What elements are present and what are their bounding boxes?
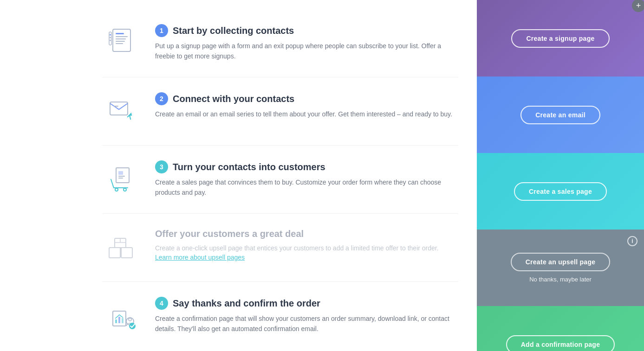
- step-row-2: 2 Connect with your contacts Create an e…: [102, 77, 458, 146]
- svg-rect-15: [118, 178, 123, 179]
- step-title-4: Say thanks and confirm the order: [173, 298, 320, 309]
- upsell-learn-more-link[interactable]: Learn more about upsell pages: [155, 254, 245, 261]
- svg-rect-2: [116, 36, 128, 37]
- step-desc-2: Create an email or an email series to te…: [155, 109, 458, 119]
- step-row-upsell: Offer your customers a great deal Create…: [102, 214, 458, 282]
- step-badge-1: 1: [155, 24, 168, 37]
- svg-point-9: [110, 40, 111, 41]
- step-title-upsell: Offer your customers a great deal: [155, 229, 304, 239]
- step-title-3: Turn your contacts into customers: [173, 162, 325, 172]
- svg-point-8: [110, 37, 111, 38]
- step-title-2: Connect with your contacts: [173, 94, 294, 104]
- step-desc-upsell: Create a one-click upsell page that enti…: [155, 243, 458, 253]
- create-upsell-page-button[interactable]: Create an upsell page: [511, 253, 611, 271]
- step-icon-upsell: [102, 227, 144, 268]
- step-row-3: 3 Turn your contacts into customers Crea…: [102, 146, 458, 214]
- svg-point-26: [129, 318, 131, 321]
- step-badge-3: 3: [155, 160, 168, 173]
- svg-rect-0: [113, 29, 130, 51]
- step-icon-sales: [102, 159, 144, 200]
- right-funnel-panel: + Create a signup page Create an email C…: [477, 0, 644, 351]
- svg-rect-3: [116, 38, 126, 39]
- svg-rect-13: [118, 171, 123, 175]
- no-thanks-label[interactable]: No thanks, maybe later: [529, 276, 592, 283]
- svg-rect-24: [122, 318, 124, 323]
- main-container: 1 Start by collecting contacts Put up a …: [0, 0, 644, 351]
- svg-rect-22: [115, 319, 117, 323]
- step-content-4: 4 Say thanks and confirm the order Creat…: [155, 295, 458, 334]
- funnel-block-signup: Create a signup page: [477, 0, 644, 77]
- left-panel: 1 Start by collecting contacts Put up a …: [0, 0, 477, 351]
- svg-point-7: [110, 34, 111, 36]
- svg-rect-6: [109, 32, 111, 45]
- svg-rect-18: [109, 248, 120, 258]
- svg-rect-5: [116, 43, 123, 44]
- step-title-1: Start by collecting contacts: [173, 26, 294, 36]
- svg-rect-1: [116, 33, 124, 34]
- step-icon-signup: [102, 22, 144, 64]
- svg-rect-14: [118, 176, 125, 177]
- step-content-3: 3 Turn your contacts into customers Crea…: [155, 159, 458, 198]
- step-icon-email: [102, 90, 144, 132]
- funnel-block-upsell: i Create an upsell page No thanks, maybe…: [477, 230, 644, 306]
- add-confirmation-page-button[interactable]: Add a confirmation page: [506, 335, 615, 351]
- info-icon[interactable]: i: [627, 236, 637, 246]
- step-content-upsell: Offer your customers a great deal Create…: [155, 227, 458, 262]
- plus-button[interactable]: +: [632, 0, 644, 12]
- step-desc-4: Create a confirmation page that will sho…: [155, 313, 458, 334]
- svg-rect-4: [116, 41, 125, 42]
- svg-rect-19: [121, 248, 132, 258]
- step-icon-confirm: [102, 295, 144, 337]
- create-email-button[interactable]: Create an email: [520, 106, 600, 124]
- svg-rect-23: [118, 317, 120, 323]
- step-content-2: 2 Connect with your contacts Create an e…: [155, 90, 458, 119]
- svg-rect-12: [116, 168, 129, 183]
- step-badge-2: 2: [155, 92, 168, 105]
- step-row-4: 4 Say thanks and confirm the order Creat…: [102, 282, 458, 350]
- svg-rect-10: [110, 102, 128, 115]
- create-sales-page-button[interactable]: Create a sales page: [514, 182, 607, 201]
- svg-point-16: [115, 188, 118, 191]
- svg-rect-11: [114, 106, 118, 107]
- step-content-1: 1 Start by collecting contacts Put up a …: [155, 22, 458, 62]
- create-signup-page-button[interactable]: Create a signup page: [511, 29, 609, 48]
- step-row-1: 1 Start by collecting contacts Put up a …: [102, 9, 458, 77]
- step-badge-4: 4: [155, 297, 168, 310]
- step-desc-1: Put up a signup page with a form and an …: [155, 41, 458, 62]
- step-desc-3: Create a sales page that convinces them …: [155, 177, 458, 198]
- funnel-block-email: Create an email: [477, 77, 644, 153]
- svg-point-17: [124, 188, 126, 191]
- funnel-block-confirm: Add a confirmation page: [477, 306, 644, 351]
- funnel-block-sales: Create a sales page: [477, 153, 644, 230]
